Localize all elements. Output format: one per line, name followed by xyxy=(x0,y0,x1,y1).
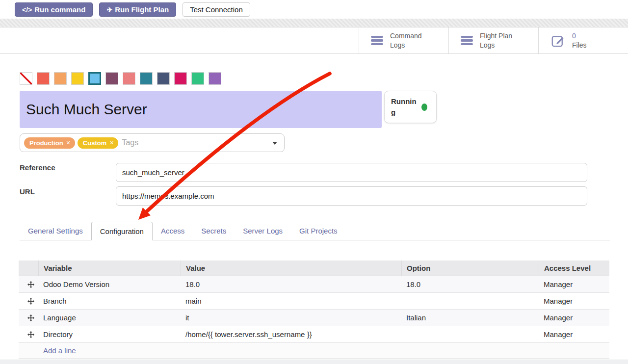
tag-remove-icon[interactable]: ✕ xyxy=(66,140,71,146)
cell-value[interactable]: 18.0 xyxy=(181,280,401,288)
plane-icon: ✈ xyxy=(106,6,112,14)
cell-access-level[interactable]: Manager xyxy=(539,280,609,288)
top-toolbar: </> Run command ✈ Run Flight Plan Test C… xyxy=(0,0,628,19)
table-row: Odoo Demo Version 18.0 18.0 Manager xyxy=(19,276,609,293)
palette-swatch[interactable] xyxy=(209,72,221,85)
cell-value[interactable]: /home/{{ tower.server.ssh_username }} xyxy=(181,330,401,338)
run-flight-plan-button[interactable]: ✈ Run Flight Plan xyxy=(99,2,176,17)
column-header-option: Option xyxy=(401,260,539,276)
files-label: 0 Files xyxy=(572,31,587,49)
cell-access-level[interactable]: Manager xyxy=(539,313,609,322)
command-logs-button[interactable]: CommandLogs xyxy=(359,27,448,53)
status-label: Running xyxy=(391,96,419,118)
add-line-row: Add a line xyxy=(19,343,609,359)
drag-handle-icon[interactable] xyxy=(19,298,38,305)
palette-swatch[interactable] xyxy=(174,72,187,85)
header-band: CommandLogs Flight PlanLogs 0 F xyxy=(0,27,628,54)
tag-remove-icon[interactable]: ✕ xyxy=(109,140,114,146)
column-header-value: Value xyxy=(181,260,401,276)
code-icon: </> xyxy=(22,6,32,14)
tab-bar: General Settings Configuration Access Se… xyxy=(20,222,610,240)
tag-label: Custom xyxy=(83,139,106,147)
tag-pill: Production ✕ xyxy=(24,137,75,149)
tab-server-logs[interactable]: Server Logs xyxy=(235,222,291,240)
add-a-line-link[interactable]: Add a line xyxy=(43,346,76,355)
cell-variable[interactable]: Directory xyxy=(38,330,181,338)
cell-access-level[interactable]: Manager xyxy=(539,330,609,338)
list-lines-icon xyxy=(461,36,473,46)
page-title: Such Much Server xyxy=(20,101,147,118)
tags-placeholder: Tags xyxy=(122,138,138,147)
tab-git-projects[interactable]: Git Projects xyxy=(291,222,346,240)
cell-variable[interactable]: Language xyxy=(38,313,181,322)
status-button[interactable]: Running xyxy=(384,91,437,123)
test-connection-button[interactable]: Test Connection xyxy=(183,2,250,17)
cell-variable[interactable]: Branch xyxy=(38,297,181,305)
table-row: Directory /home/{{ tower.server.ssh_user… xyxy=(19,326,609,343)
palette-swatch[interactable] xyxy=(54,72,67,85)
color-palette xyxy=(20,72,221,85)
tab-general-settings[interactable]: General Settings xyxy=(20,222,91,240)
table-row: Branch main Manager xyxy=(19,293,609,310)
flight-plan-logs-label: Flight PlanLogs xyxy=(480,31,512,49)
cell-variable[interactable]: Odoo Demo Version xyxy=(38,280,181,288)
palette-swatch[interactable] xyxy=(140,72,153,85)
command-logs-label: CommandLogs xyxy=(390,31,422,49)
dropdown-caret-icon[interactable] xyxy=(272,142,277,145)
palette-swatch-selected[interactable] xyxy=(88,72,101,85)
drag-column-header xyxy=(19,260,38,276)
status-dot-icon xyxy=(421,104,427,111)
cell-option[interactable]: 18.0 xyxy=(401,280,539,288)
cell-value[interactable]: it xyxy=(181,313,401,322)
palette-swatch[interactable] xyxy=(105,72,118,85)
tags-input[interactable]: Production ✕ Custom ✕ Tags xyxy=(20,133,285,152)
drag-handle-icon[interactable] xyxy=(19,331,38,338)
palette-swatch-no-color[interactable] xyxy=(20,72,32,85)
tag-pill: Custom ✕ xyxy=(78,137,119,149)
files-count: 0 xyxy=(572,31,587,40)
page: </> Run command ✈ Run Flight Plan Test C… xyxy=(0,0,628,364)
tag-label: Production xyxy=(29,139,63,147)
bottom-strip xyxy=(0,360,628,364)
palette-swatch[interactable] xyxy=(71,72,84,85)
palette-swatch[interactable] xyxy=(157,72,170,85)
tab-access[interactable]: Access xyxy=(153,222,193,240)
url-label: URL xyxy=(20,187,35,196)
tab-configuration[interactable]: Configuration xyxy=(91,222,153,240)
palette-swatch[interactable] xyxy=(37,72,50,85)
cell-access-level[interactable]: Manager xyxy=(539,297,609,305)
table-row: Language it Italian Manager xyxy=(19,310,609,326)
stat-button-group: CommandLogs Flight PlanLogs 0 F xyxy=(359,27,628,53)
drag-handle-icon[interactable] xyxy=(19,281,38,288)
cell-option[interactable]: Italian xyxy=(401,313,539,322)
url-input[interactable] xyxy=(116,186,587,206)
run-flight-plan-label: Run Flight Plan xyxy=(115,5,169,14)
divider-strip xyxy=(0,19,628,27)
cell-value[interactable]: main xyxy=(181,297,401,305)
list-lines-icon xyxy=(371,36,383,46)
flight-plan-logs-button[interactable]: Flight PlanLogs xyxy=(448,27,538,53)
drag-handle-icon[interactable] xyxy=(19,314,38,321)
reference-label: Reference xyxy=(20,163,55,172)
column-header-access-level: Access Level xyxy=(539,260,609,276)
reference-input[interactable] xyxy=(116,163,587,182)
palette-swatch[interactable] xyxy=(191,72,204,85)
edit-pencil-icon xyxy=(550,33,565,48)
table-body: Odoo Demo Version 18.0 18.0 Manager Bran… xyxy=(19,276,609,359)
run-command-label: Run command xyxy=(34,5,85,14)
configuration-table: Variable Value Option Access Level Odoo … xyxy=(19,260,609,359)
server-title-input[interactable]: Such Much Server xyxy=(20,91,382,128)
column-header-variable: Variable xyxy=(38,260,181,276)
files-button[interactable]: 0 Files xyxy=(538,27,628,53)
palette-swatch[interactable] xyxy=(123,72,135,85)
table-header-row: Variable Value Option Access Level xyxy=(19,260,609,276)
run-command-button[interactable]: </> Run command xyxy=(15,2,93,17)
tab-secrets[interactable]: Secrets xyxy=(193,222,235,240)
